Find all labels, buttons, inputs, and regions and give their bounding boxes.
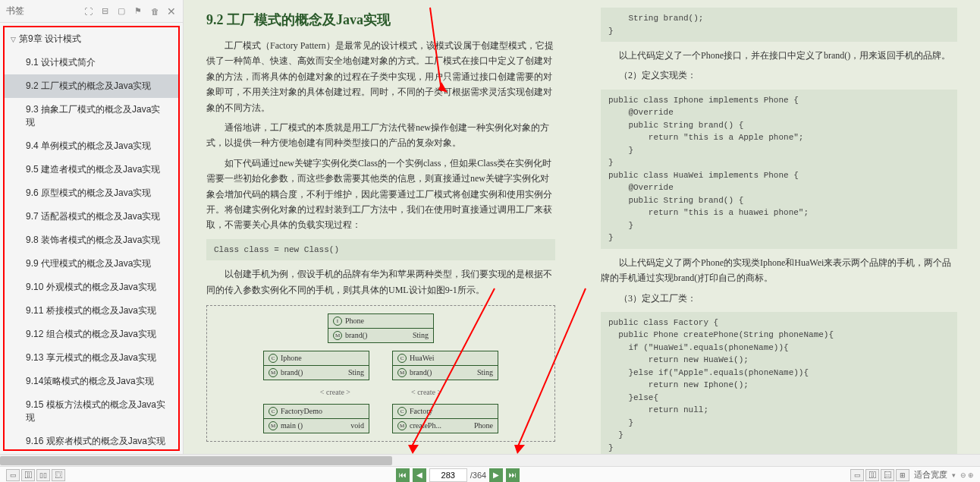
toc-item-9-5[interactable]: 9.5 建造者模式的概念及Java实现 <box>5 158 178 181</box>
prev-page-button[interactable]: ◀ <box>413 468 426 482</box>
uml-diagram: IPhone Mbrand()Sting CIphone Mbrand()Sti… <box>206 305 555 442</box>
close-sidebar-icon[interactable]: ✕ <box>166 6 177 17</box>
collapse-icon[interactable]: ⊟ <box>99 6 110 17</box>
zoom-in-icon[interactable]: ⊕ <box>968 471 974 479</box>
first-page-button[interactable]: ⏮ <box>396 468 410 482</box>
last-page-button[interactable]: ⏭ <box>506 468 520 482</box>
toc-item-9-9[interactable]: 9.9 代理模式的概念及Java实现 <box>5 252 178 276</box>
paragraph: 工厂模式（Factory Pattern）是最常见的设计模式，该模式设属于创建型… <box>206 38 555 115</box>
section-heading: 9.2 工厂模式的概念及Java实现 <box>206 11 555 29</box>
view-facing-icon[interactable]: ▯▯ <box>36 469 50 481</box>
horizontal-scrollbar[interactable] <box>0 454 980 466</box>
zoom-out-icon[interactable]: ⊖ <box>960 471 966 479</box>
layout-icon-2[interactable]: ⿲ <box>865 469 879 481</box>
zoom-dropdown-icon[interactable]: ▾ <box>952 471 956 479</box>
page-left: 9.2 工厂模式的概念及Java实现 工厂模式（Factory Pattern）… <box>184 0 578 454</box>
view-single-icon[interactable]: ▭ <box>6 469 20 481</box>
paragraph: （2）定义实现类： <box>601 68 957 83</box>
sidebar-title: 书签 <box>6 5 77 17</box>
toc-item-9-12[interactable]: 9.12 组合模式的概念及Java实现 <box>5 323 178 346</box>
paragraph: 以上代码定义了两个Phone的实现类Iphone和HuaWei来表示两个品牌的手… <box>601 255 957 286</box>
toc-item-9-7[interactable]: 9.7 适配器模式的概念及Java实现 <box>5 205 178 228</box>
uml-class-factorydemo: CFactoryDemo Mmain ()void <box>263 404 369 433</box>
toc-item-9-14[interactable]: 9.14策略模式的概念及Java实现 <box>5 370 178 393</box>
layout-icon-1[interactable]: ▭ <box>850 469 864 481</box>
toc-item-9-2[interactable]: 9.2 工厂模式的概念及Java实现 <box>5 74 178 98</box>
tag-icon[interactable]: ⚑ <box>133 6 143 17</box>
view-continuous-icon[interactable]: ⿲ <box>21 469 35 481</box>
toc-item-9-4[interactable]: 9.4 单例模式的概念及Java实现 <box>5 134 178 158</box>
scrollbar-thumb[interactable] <box>0 456 392 465</box>
chevron-down-icon: ▽ <box>11 36 16 43</box>
uml-class-iphone: CIphone Mbrand()Sting <box>263 351 369 380</box>
page-right: String brand(); } 以上代码定义了一个Phone接口，并在接口中… <box>578 0 980 454</box>
page-total-label: /364 <box>470 471 486 480</box>
toc-item-9-11[interactable]: 9.11 桥接模式的概念及Java实现 <box>5 299 178 323</box>
layout-icon-4[interactable]: ⊞ <box>896 469 909 481</box>
toc-item-9-1[interactable]: 9.1 设计模式简介 <box>5 51 178 74</box>
toc-chapter-9[interactable]: ▽ 第9章 设计模式 <box>5 27 178 51</box>
paragraph: （3）定义工厂类： <box>601 291 957 306</box>
bookmark-icon[interactable]: ▢ <box>116 6 127 17</box>
delete-icon[interactable]: 🗑 <box>149 6 160 17</box>
layout-icon-3[interactable]: ⿳ <box>881 469 894 481</box>
next-page-button[interactable]: ▶ <box>489 468 503 482</box>
code-block: public class Iphone implements Phone { @… <box>601 90 957 249</box>
paragraph: 以创建手机为例，假设手机的品牌有华为和苹果两种类型，我们要实现的是根据不同的传入… <box>206 266 555 298</box>
uml-interface-phone: IPhone Mbrand()Sting <box>328 313 434 343</box>
code-block: Class class = new Class() <box>206 239 555 261</box>
toc-highlight-box: ▽ 第9章 设计模式 9.1 设计模式简介9.2 工厂模式的概念及Java实现9… <box>3 26 180 451</box>
toc-item-9-8[interactable]: 9.8 装饰者模式的概念及Java实现 <box>5 228 178 252</box>
zoom-label[interactable]: 适合宽度 <box>914 469 947 480</box>
uml-class-huawei: CHuaWei Mbrand()Sting <box>392 351 498 380</box>
code-block: String brand(); } <box>601 8 957 42</box>
toc-item-9-6[interactable]: 9.6 原型模式的概念及Java实现 <box>5 181 178 205</box>
paragraph: 通俗地讲，工厂模式的本质就是用工厂方法代替new操作创建一种实例化对象的方式，以… <box>206 120 555 151</box>
page-number-input[interactable] <box>429 468 467 482</box>
code-block: public class Factory { public Phone crea… <box>601 312 957 454</box>
toc-item-9-10[interactable]: 9.10 外观模式的概念及Java实现 <box>5 276 178 299</box>
expand-icon[interactable]: ⛶ <box>83 6 93 17</box>
toc-item-9-16[interactable]: 9.16 观察者模式的概念及Java实现 <box>5 430 178 451</box>
toc-item-9-13[interactable]: 9.13 享元模式的概念及Java实现 <box>5 346 178 370</box>
document-viewer: 9.2 工厂模式的概念及Java实现 工厂模式（Factory Pattern）… <box>184 0 980 454</box>
toc-chapter-label: 第9章 设计模式 <box>19 33 81 46</box>
toc-item-9-3[interactable]: 9.3 抽象工厂模式的概念及Java实现 <box>5 98 178 134</box>
toc-item-9-15[interactable]: 9.15 模板方法模式的概念及Java实现 <box>5 393 178 430</box>
paragraph: 如下代码通过new关键字实例化类Class的一个实例class，但如果Class… <box>206 156 555 233</box>
bottom-toolbar: ▭ ⿲ ▯▯ ⿴ ⏮ ◀ /364 ▶ ⏭ ▭ ⿲ ⿳ ⊞ 适合宽度 ▾ ⊖ ⊕ <box>0 466 980 482</box>
bookmarks-sidebar: 书签 ⛶ ⊟ ▢ ⚑ 🗑 ✕ ▽ 第9章 设计模式 9.1 设计模式简介9.2 … <box>0 0 184 454</box>
sidebar-header: 书签 ⛶ ⊟ ▢ ⚑ 🗑 ✕ <box>0 0 183 23</box>
view-book-icon[interactable]: ⿴ <box>52 469 65 481</box>
uml-class-factory: CFactory McreatePh...Phone <box>392 404 498 433</box>
paragraph: 以上代码定义了一个Phone接口，并在接口中定义了brand()，用来返回手机的… <box>601 48 957 63</box>
